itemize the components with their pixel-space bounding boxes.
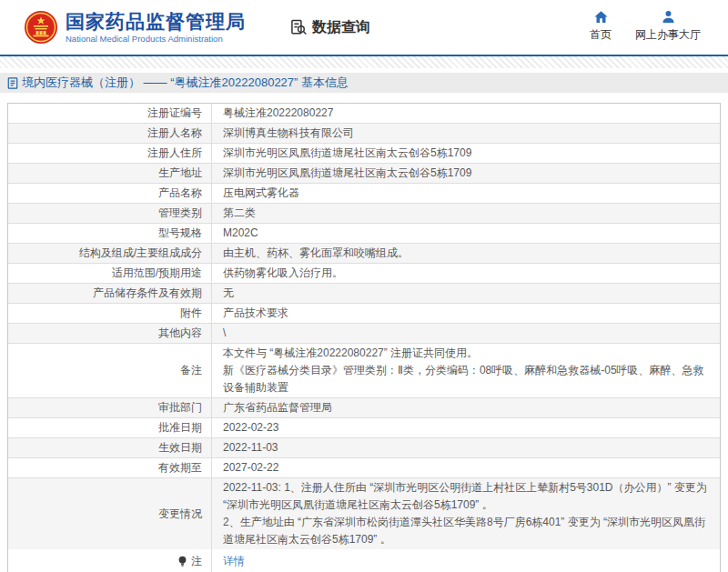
row-label: 附件 [8,304,212,323]
row-label: 型号规格 [8,224,212,243]
table-row: 注册人住所 深圳市光明区凤凰街道塘尾社区南太云创谷5栋1709 [8,144,720,164]
row-value: M202C [212,224,720,243]
row-label: 变更情况 [8,478,212,549]
table-row: 审批部门 广东省药品监督管理局 [8,398,720,418]
table-row: 批准日期 2022-02-23 [8,418,720,438]
table-row: 注册人名称 深圳博真生物科技有限公司 [8,124,720,144]
table-row: 产品名称 压电网式雾化器 [8,184,720,204]
row-label: 产品储存条件及有效期 [8,284,212,303]
row-value: 压电网式雾化器 [212,184,720,203]
table-row: 生产地址 深圳市光明区凤凰街道塘尾社区南太云创谷5栋1709 [8,164,720,184]
row-label: 注册证编号 [8,104,212,123]
row-label: 注册人名称 [8,124,212,143]
row-value: 第二类 [212,204,720,223]
table-row-note: 注 详情 [8,549,720,572]
registration-info-table: 注册证编号 粤械注准20222080227 注册人名称 深圳博真生物科技有限公司… [7,103,721,572]
table-row: 适用范围/预期用途 供药物雾化吸入治疗用。 [8,264,720,284]
table-row: 其他内容 \ [8,324,720,344]
row-label: 结构及组成/主要组成成分 [8,244,212,263]
agency-logo: 国家药品监督管理局 National Medical Products Admi… [24,10,246,45]
home-icon [593,9,609,25]
row-label: 有效期至 [8,458,212,477]
row-value: 粤械注准20222080227 [212,104,720,123]
nav-home-label: 首页 [590,27,612,43]
row-value: 深圳市光明区凤凰街道塘尾社区南太云创谷5栋1709 [212,164,720,183]
row-label: 生效日期 [8,438,212,457]
table-row: 生效日期 2022-11-03 [8,438,720,458]
row-label: 注册人住所 [8,144,212,163]
row-value: 深圳博真生物科技有限公司 [212,124,720,143]
row-value: 无 [212,284,720,303]
row-label: 备注 [8,344,212,397]
table-row: 产品储存条件及有效期 无 [8,284,720,304]
row-value: 本文件与 “粤械注准20222080227” 注册证共同使用。 新《医疗器械分类… [212,344,720,397]
row-value: 供药物雾化吸入治疗用。 [212,264,720,283]
data-query-title[interactable]: 数据查询 [289,18,370,37]
row-label: 批准日期 [8,418,212,437]
table-row: 注册证编号 粤械注准20222080227 [8,104,720,124]
table-row: 型号规格 M202C [8,224,720,244]
details-link[interactable]: 详情 [223,553,245,570]
table-rows: 注册证编号 粤械注准20222080227 注册人名称 深圳博真生物科技有限公司… [8,104,720,549]
nav-service-hall[interactable]: 网上办事大厅 [635,9,701,43]
breadcrumb-bar: 境内医疗器械（注册） —— “粤械注准20222080227” 基本信息 [0,73,728,93]
table-row: 结构及组成/主要组成成分 由主机、药杯、雾化面罩和咬嘴组成。 [8,244,720,264]
row-label: 管理类别 [8,204,212,223]
site-header: 国家药品监督管理局 National Medical Products Admi… [0,0,728,55]
table-row: 附件 产品技术要求 [8,304,720,324]
table-row: 变更情况 2022-11-03: 1、注册人住所由 “深圳市光明区公明街道上村社… [8,478,720,549]
note-label: 注 [8,549,212,572]
row-value: 由主机、药杯、雾化面罩和咬嘴组成。 [212,244,720,263]
header-nav: 首页 网上办事大厅 [590,9,701,43]
row-value: 深圳市光明区凤凰街道塘尾社区南太云创谷5栋1709 [212,144,720,163]
stripe-band [0,56,728,68]
table-row: 备注 本文件与 “粤械注准20222080227” 注册证共同使用。 新《医疗器… [8,344,720,398]
row-label: 其他内容 [8,324,212,343]
document-icon [7,77,18,89]
document-search-icon [289,18,308,36]
table-row: 管理类别 第二类 [8,204,720,224]
row-label: 生产地址 [8,164,212,183]
agency-name-en: National Medical Products Administration [66,35,246,44]
data-query-label: 数据查询 [312,18,370,37]
row-value: 2022-11-03: 1、注册人住所由 “深圳市光明区公明街道上村社区上辇新村… [212,478,720,549]
row-value: 2022-02-23 [212,418,720,437]
row-value: 广东省药品监督管理局 [212,398,720,417]
note-value: 详情 [212,549,720,572]
nav-service-hall-label: 网上办事大厅 [635,27,701,43]
row-label: 适用范围/预期用途 [8,264,212,283]
row-label: 审批部门 [8,398,212,417]
national-emblem-icon [24,10,58,45]
breadcrumb[interactable]: 境内医疗器械（注册） —— “粤械注准20222080227” 基本信息 [7,75,349,91]
row-value: 2022-11-03 [212,438,720,457]
row-label: 产品名称 [8,184,212,203]
table-row: 有效期至 2027-02-22 [8,458,720,478]
row-value: 产品技术要求 [212,304,720,323]
nav-home[interactable]: 首页 [590,9,612,43]
bulb-icon [177,556,187,567]
row-value: 2027-02-22 [212,458,720,477]
agency-name-cn: 国家药品监督管理局 [66,11,246,32]
breadcrumb-text: 境内医疗器械（注册） —— “粤械注准20222080227” 基本信息 [22,75,349,91]
row-value: \ [212,324,720,343]
user-icon [661,9,676,25]
